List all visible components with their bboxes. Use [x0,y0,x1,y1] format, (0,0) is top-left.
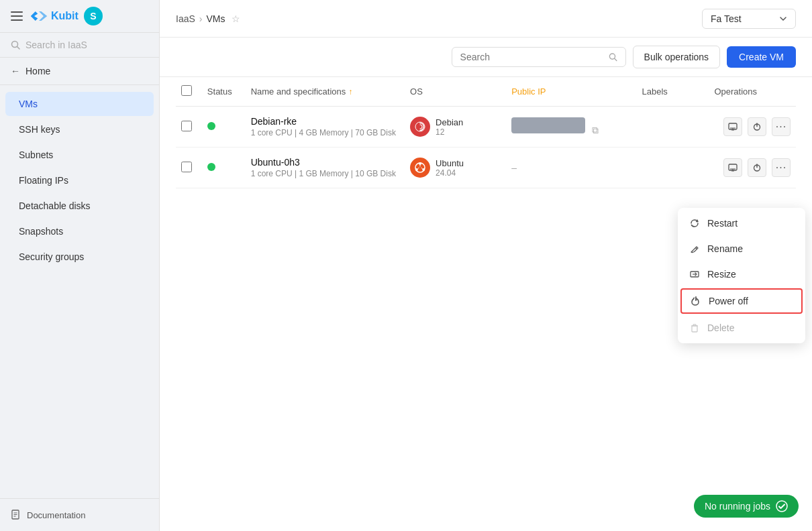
power-off-label: Power off [709,296,748,306]
svg-line-28 [696,248,697,249]
console-button[interactable] [723,158,742,177]
vm-name[interactable]: Debian-rke [251,116,399,127]
home-link[interactable]: ← Home [0,58,159,85]
th-name[interactable]: Name and specifications ↑ [246,77,405,107]
vm-name[interactable]: Ubuntu-0h3 [251,157,399,168]
svg-line-21 [418,168,419,169]
search-box[interactable] [452,47,626,67]
power-button[interactable] [748,117,766,136]
sort-arrow-icon: ↑ [348,87,352,97]
resize-icon [689,268,701,280]
vm-table: Status Name and specifications ↑ OS Publ… [176,77,796,188]
status-indicator [207,163,215,171]
row-checkbox-cell [176,148,202,188]
delete-menu-item[interactable]: Delete [678,315,805,341]
sidebar-item-detachable-disks[interactable]: Detachable disks [5,194,154,218]
status-cell [202,148,246,188]
workspace-name: Fa Test [711,13,742,24]
create-vm-button[interactable]: Create VM [727,46,796,68]
os-version: 12 [436,127,463,137]
workspace-selector[interactable]: Fa Test [702,9,796,29]
search-input-icon [609,52,617,62]
th-status: Status [202,77,246,107]
delete-icon [689,322,701,334]
sidebar-item-floating-ips[interactable]: Floating IPs [5,168,154,192]
os-version: 24.04 [436,168,464,178]
delete-label: Delete [707,322,734,333]
running-jobs-label: No running jobs [705,501,770,512]
resize-menu-item[interactable]: Resize [678,261,805,287]
breadcrumb-separator: › [199,13,203,24]
restart-label: Restart [707,218,738,229]
operations-cell: ··· [709,107,796,148]
row-checkbox[interactable] [181,162,192,172]
sidebar-nav: VMs SSH keys Subnets Floating IPs Detach… [0,85,159,498]
sidebar-item-security-groups[interactable]: Security groups [5,245,154,269]
check-circle-icon [776,500,788,512]
back-arrow-icon: ← [11,66,20,76]
rename-icon [689,243,701,255]
kubit-logo: Kubit [30,9,79,23]
bulk-operations-button[interactable]: Bulk operations [633,46,721,68]
debian-os-icon [410,117,430,137]
svg-point-16 [419,162,421,165]
status-cell [202,107,246,148]
power-button[interactable] [748,158,766,177]
running-jobs-badge: No running jobs [694,495,799,518]
sidebar-item-subnets[interactable]: Subnets [5,143,154,167]
power-off-menu-item[interactable]: Power off [680,288,803,314]
ip-cell: ⧉ [506,107,636,148]
restart-menu-item[interactable]: Restart [678,211,805,236]
rename-menu-item[interactable]: Rename [678,236,805,261]
console-button[interactable] [723,117,742,136]
resize-label: Resize [707,269,736,280]
sidebar-search-placeholder[interactable]: Search in IaaS [26,40,87,50]
row-checkbox-cell [176,107,202,148]
os-name: Ubuntu [436,158,464,168]
th-select-all [176,77,202,107]
svg-rect-33 [692,326,697,332]
hamburger-menu[interactable] [11,11,23,21]
topbar-right: Fa Test [702,9,796,29]
svg-line-7 [614,58,616,60]
svg-point-17 [422,168,425,171]
th-public-ip: Public IP [506,77,636,107]
breadcrumb-current: VMs [206,13,225,24]
ubuntu-os-icon [410,158,430,178]
vm-name-cell: Debian-rke 1 core CPU | 4 GB Memory | 70… [246,107,405,148]
more-options-button[interactable]: ··· [772,158,791,177]
operations-cell: ··· [709,148,796,188]
sidebar-item-snapshots[interactable]: Snapshots [5,219,154,243]
main-content: IaaS › VMs ☆ Fa Test Bulk operations [160,0,812,531]
topbar: IaaS › VMs ☆ Fa Test [160,0,812,38]
table-row: Ubuntu-0h3 1 core CPU | 1 GB Memory | 10… [176,148,796,188]
sidebar-search-area: Search in IaaS [0,33,159,58]
select-all-checkbox[interactable] [181,85,192,96]
svg-point-38 [776,501,787,512]
sidebar: Kubit S Search in IaaS ← Home VMs SSH ke… [0,0,160,531]
vm-name-cell: Ubuntu-0h3 1 core CPU | 1 GB Memory | 10… [246,148,405,188]
sidebar-item-vms[interactable]: VMs [5,92,154,116]
svg-line-20 [421,168,423,169]
th-os: OS [405,77,506,107]
sidebar-header: Kubit S [0,0,159,33]
restart-icon [689,217,701,229]
os-cell: Ubuntu 24.04 [405,148,506,188]
no-ip-indicator: – [511,162,517,173]
search-input[interactable] [460,52,603,62]
sidebar-item-ssh-keys[interactable]: SSH keys [5,117,154,141]
documentation-link[interactable]: Documentation [0,498,159,531]
labels-cell [637,107,709,148]
breadcrumb-root[interactable]: IaaS [176,13,195,24]
search-icon [11,40,20,50]
rename-label: Rename [707,243,743,254]
vm-specs: 1 core CPU | 1 GB Memory | 10 GB Disk [251,169,399,178]
copy-icon[interactable]: ⧉ [592,125,599,135]
row-checkbox[interactable] [181,121,192,131]
svg-line-32 [694,298,695,298]
favorite-star-icon[interactable]: ☆ [232,13,240,24]
breadcrumb: IaaS › VMs ☆ [176,13,240,24]
more-options-button[interactable]: ··· [772,117,791,136]
power-off-icon [690,295,702,307]
th-operations: Operations [709,77,796,107]
